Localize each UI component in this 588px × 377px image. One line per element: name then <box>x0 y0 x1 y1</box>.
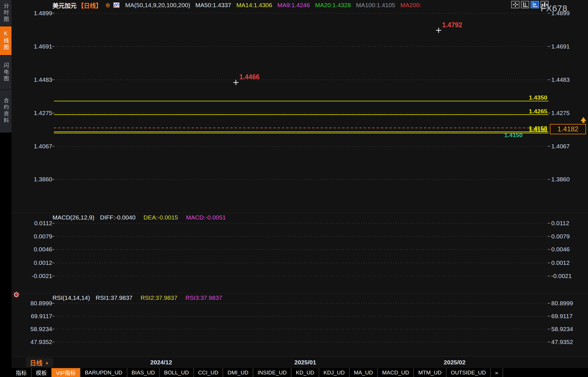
sidebar-item-4[interactable]: 合约资料 <box>0 90 11 133</box>
y-axis-label-left: 47.9352 <box>16 339 52 345</box>
y-axis-label-right: 80.8999 <box>551 300 588 307</box>
price-line-label: 1.4350 <box>521 94 547 101</box>
y-axis-label-left: -0.0021 <box>16 273 52 279</box>
ma-params-label: MA(50,14,9,20,100,200) <box>125 2 190 9</box>
support-price-label: 1.4150 <box>504 132 523 139</box>
date-label: 2025/01 <box>285 359 325 366</box>
ma-legend-value: MA20:1.4328 <box>315 2 351 9</box>
y-axis-label-left: 0.0079 <box>16 233 52 240</box>
y-axis-label-left: 1.4275 <box>16 110 52 116</box>
ma-legend-value: MA9:1.4246 <box>277 2 310 9</box>
macd-diff-value: DIFF:-0.0040 <box>100 214 136 221</box>
tab-CCI_UD[interactable]: CCI_UD <box>194 368 223 377</box>
rsi1-value: RSI1:37.9837 <box>96 294 133 301</box>
period-label: 日线 <box>30 358 42 367</box>
indicator-tabbar: 指标模板VIP指标BARUPDN_UDBIAS_UDBOLL_UDCCI_UDD… <box>11 368 588 377</box>
chart-app: 分时图K线图闪电图合约资料 美元加元 【日线】 ⊕ MA(50,14,9,20,… <box>0 0 588 377</box>
macd-dea-value: DEA:-0.0015 <box>143 214 178 221</box>
tab-KDJ_UD[interactable]: KDJ_UD <box>319 368 350 377</box>
y-axis-label-right: 47.9352 <box>551 339 588 345</box>
y-axis-label-right: -0.0021 <box>551 273 588 279</box>
macd-title: MACD(26,12,9) <box>52 214 94 221</box>
rsi-header: RSI(14,14,14) RSI1:37.9837 RSI2:37.9837 … <box>52 294 222 301</box>
y-axis-label-right: 69.9117 <box>551 313 588 320</box>
y-axis-label-left: 80.8999 <box>16 300 52 307</box>
y-axis-label-right: 0.0079 <box>551 233 588 240</box>
tab-指标[interactable]: 指标 <box>11 368 32 377</box>
date-label: 2025/02 <box>435 359 475 366</box>
auto-scroll-button[interactable] <box>531 1 539 8</box>
y-axis-label-left: 0.0046 <box>16 246 52 253</box>
tab-DMI_UD[interactable]: DMI_UD <box>223 368 253 377</box>
tab-MACD_UD[interactable]: MACD_UD <box>378 368 414 377</box>
y-axis-label-right: 0.0012 <box>551 259 588 266</box>
y-axis-label-right: 58.9234 <box>551 326 588 333</box>
sidebar-item-1[interactable]: 分时图 <box>0 0 11 26</box>
tab-模板[interactable]: 模板 <box>32 368 52 377</box>
tab-VIP指标[interactable]: VIP指标 <box>52 368 81 377</box>
high-annotation-label: 1.4466 <box>239 73 259 81</box>
date-label: 2024/12 <box>141 359 181 366</box>
tab-OUTSIDE_UD[interactable]: OUTSIDE_UD <box>447 368 491 377</box>
axis-scale-button[interactable] <box>521 1 529 8</box>
price-line-label: 1.4150 <box>521 126 547 133</box>
y-axis-label-right: 0.0112 <box>551 220 588 227</box>
tab-KD_UD[interactable]: KD_UD <box>291 368 319 377</box>
y-axis-label-right: 1.4483 <box>551 76 588 83</box>
y-axis-label-left: 1.4691 <box>16 43 52 50</box>
mini-chart-icon[interactable] <box>113 2 120 8</box>
rsi3-value: RSI3:37.9837 <box>185 294 222 301</box>
y-axis-label-left: 1.3860 <box>16 176 52 183</box>
tab-MA_UD[interactable]: MA_UD <box>350 368 378 377</box>
price-chart-canvas[interactable] <box>0 0 588 377</box>
y-axis-label-right: 1.3860 <box>551 176 588 183</box>
ma-legend-value: MA14:1.4306 <box>236 2 272 9</box>
ma-legend-value: MA200: <box>400 2 421 9</box>
brand-watermark: FX678 <box>541 3 567 13</box>
y-axis-label-left: 0.0012 <box>16 259 52 266</box>
price-line-label: 1.4265 <box>521 108 547 115</box>
ma-legend-value: MA100:1.4105 <box>356 2 395 9</box>
high-annotation-label: 1.4792 <box>442 21 462 29</box>
circle-plus-icon[interactable]: ⊕ <box>105 2 110 9</box>
price-up-arrow-icon <box>579 116 587 126</box>
y-axis-label-left: 0.0112 <box>16 220 52 227</box>
period-tag: 【日线】 <box>78 1 102 9</box>
tab-BIAS_UD[interactable]: BIAS_UD <box>127 368 160 377</box>
y-axis-label-left: 69.9117 <box>16 313 52 320</box>
tab-»[interactable]: » <box>491 368 503 377</box>
y-axis-label-right: 1.4691 <box>551 43 588 50</box>
ma-legend: MA50:1.4337MA14:1.4306MA9:1.4246MA20:1.4… <box>190 2 421 9</box>
y-axis-label-left: 1.4483 <box>16 76 52 83</box>
period-selector[interactable]: 日线 ▲ <box>26 357 53 367</box>
y-axis-label-right: 0.0046 <box>551 246 588 253</box>
ma-legend-value: MA50:1.4337 <box>195 2 231 9</box>
y-axis-label-left: 1.4899 <box>16 10 52 17</box>
chart-header: 美元加元 【日线】 ⊕ MA(50,14,9,20,100,200) MA50:… <box>52 1 421 9</box>
period-caret-icon: ▲ <box>45 360 49 365</box>
pan-crosshair-button[interactable] <box>511 1 519 8</box>
sidebar-item-2[interactable]: K线图 <box>0 26 11 56</box>
alert-target-icon[interactable] <box>13 291 20 298</box>
tab-BOLL_UD[interactable]: BOLL_UD <box>160 368 194 377</box>
macd-header: MACD(26,12,9) DIFF:-0.0040 DEA:-0.0015 M… <box>52 214 226 221</box>
symbol-title: 美元加元 <box>52 1 77 9</box>
y-axis-label-right: 1.4067 <box>551 143 588 150</box>
macd-macd-value: MACD:-0.0051 <box>186 214 226 221</box>
tab-BARUPDN_UD[interactable]: BARUPDN_UD <box>81 368 127 377</box>
sidebar: 分时图K线图闪电图合约资料 <box>0 0 11 377</box>
rsi-title: RSI(14,14,14) <box>52 294 90 301</box>
tab-MTM_UD[interactable]: MTM_UD <box>414 368 446 377</box>
y-axis-label-left: 58.9234 <box>16 326 52 333</box>
y-axis-label-left: 1.4067 <box>16 143 52 150</box>
timeline-bar: 日线 ▲ 2024/122025/012025/02 <box>11 356 588 368</box>
y-axis-label-right: 1.4275 <box>551 110 588 116</box>
rsi2-value: RSI2:37.9837 <box>141 294 177 301</box>
sidebar-item-3[interactable]: 闪电图 <box>0 56 11 90</box>
tab-INSIDE_UD[interactable]: INSIDE_UD <box>253 368 291 377</box>
